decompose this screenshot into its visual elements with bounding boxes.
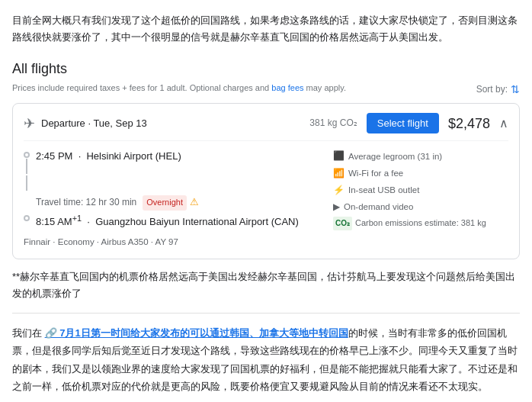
dot-line-end	[24, 215, 30, 221]
body-text: 我们在 🔗 7月1日第一时间给大家发布的可以通过韩国、加拿大等地中转回国的时候，…	[12, 324, 520, 396]
amenity-usb: ⚡ In-seat USB outlet	[333, 183, 508, 198]
flight-card: ✈ Departure · Tue, Sep 13 381 kg CO₂ Sel…	[12, 103, 520, 259]
vert-line-mid	[26, 175, 27, 191]
carbon-estimate-text: Carbon emissions estimate: 381 kg	[355, 217, 486, 230]
video-text: On-demand video	[344, 200, 413, 214]
departure-airport: Helsinki Airport (HEL)	[86, 150, 181, 162]
travel-time-text: Travel time: 12 hr 30 min	[36, 195, 136, 210]
warning-icon: ⚠	[190, 195, 199, 211]
carbon-estimate-row: CO₂ Carbon emissions estimate: 381 kg	[333, 217, 508, 230]
arrival-airport: Guangzhou Baiyun International Airport (…	[95, 217, 299, 228]
flights-subtitle: Prices include required taxes + fees for…	[12, 82, 346, 95]
arrival-dot	[24, 215, 30, 221]
flight-price: $2,478	[448, 113, 490, 135]
airline-info: Finnair · Economy · Airbus A350 · AY 97	[24, 235, 318, 249]
flights-title: All flights	[12, 58, 346, 80]
select-flight-button[interactable]: Select flight	[367, 113, 439, 133]
bag-fees-link[interactable]: bag fees	[271, 83, 303, 92]
departure-row: 2:45 PM · Helsinki Airport (HEL)	[24, 149, 318, 191]
section-divider	[12, 313, 520, 314]
flight-amenities: ⬛ Average legroom (31 in) 📶 Wi-Fi for a …	[333, 149, 508, 249]
sort-icon[interactable]: ⇅	[511, 81, 520, 98]
plane-icon: ✈	[24, 113, 35, 135]
flights-section-header: All flights Prices include required taxe…	[12, 58, 520, 102]
vert-line-top	[26, 159, 27, 174]
dot-line-start	[24, 152, 30, 191]
flight-card-header: ✈ Departure · Tue, Sep 13 381 kg CO₂ Sel…	[24, 113, 508, 142]
legroom-icon: ⬛	[333, 149, 345, 163]
departure-time: 2:45 PM	[36, 150, 72, 162]
amenity-wifi: 📶 Wi-Fi for a fee	[333, 166, 508, 181]
usb-icon: ⚡	[333, 183, 345, 198]
arrival-superscript: +1	[72, 214, 82, 223]
arrival-details: 8:15 AM+1 · Guangzhou Baiyun Internation…	[36, 212, 318, 230]
wifi-icon: 📶	[333, 166, 345, 181]
co2-badge: 381 kg CO₂	[309, 116, 357, 130]
flight-itinerary: 2:45 PM · Helsinki Airport (HEL) Travel …	[24, 149, 318, 249]
arrival-row: 8:15 AM+1 · Guangzhou Baiyun Internation…	[24, 212, 318, 230]
legroom-text: Average legroom (31 in)	[348, 150, 442, 163]
amenity-video: ▶ On-demand video	[333, 200, 508, 214]
usb-text: In-seat USB outlet	[348, 183, 419, 197]
amenity-legroom: ⬛ Average legroom (31 in)	[333, 149, 508, 163]
co2-label: CO₂	[333, 217, 352, 230]
sort-label: Sort by:	[476, 82, 508, 97]
video-icon: ▶	[333, 200, 340, 214]
chevron-up-icon[interactable]: ∧	[499, 114, 508, 133]
overnight-badge: Overnight	[143, 195, 187, 211]
flight-card-body: 2:45 PM · Helsinki Airport (HEL) Travel …	[24, 149, 508, 249]
arrival-time: 8:15 AM	[36, 217, 72, 228]
departure-label: Departure · Tue, Sep 13	[41, 116, 147, 132]
date-link[interactable]: 🔗 7月1日第一时间给大家发布的可以通过韩国、加拿大等地中转回国	[45, 327, 348, 339]
intro-text: 目前全网大概只有我们发现了这个超低价的回国路线，如果考虑这条路线的话，建议大家尽…	[12, 12, 520, 46]
annotation-text: **赫尔辛基直飞回国内的机票价格居然远高于美国出发经赫尔辛基回国，估计芬航马上要…	[12, 269, 520, 302]
travel-time-row: Travel time: 12 hr 30 min Overnight ⚠	[24, 195, 318, 211]
body-paragraph: 我们在 🔗 7月1日第一时间给大家发布的可以通过韩国、加拿大等地中转回国的时候，…	[12, 324, 520, 396]
departure-details: 2:45 PM · Helsinki Airport (HEL)	[36, 149, 318, 165]
wifi-text: Wi-Fi for a fee	[348, 166, 403, 180]
departure-dot	[24, 152, 30, 158]
